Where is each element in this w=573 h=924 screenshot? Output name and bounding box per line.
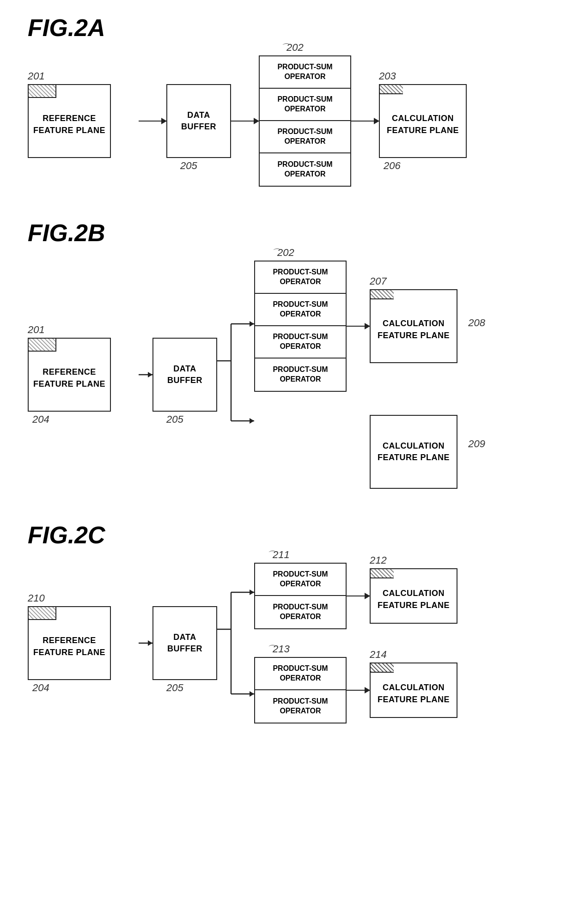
svg-marker-9 — [148, 640, 152, 646]
fig2a-calc-container: 203 CALCULATIONFEATURE PLANE 206 — [379, 84, 467, 158]
fig2b-calc1-container: 207 CALCULATIONFEATURE PLANE 208 — [370, 289, 457, 363]
fig2a-op2: PRODUCT-SUMOPERATOR — [260, 89, 350, 121]
fig2c-fork-svg — [217, 565, 254, 722]
fig2c-bottom-row: 213 ⌒ PRODUCT-SUMOPERATOR PRODUCT-SUMOPE… — [254, 657, 457, 723]
fig2b-calc1-hatch — [371, 290, 394, 299]
fig2c-ops2: PRODUCT-SUMOPERATOR PRODUCT-SUMOPERATOR — [254, 657, 347, 723]
fig2b-ref-label: REFERENCEFEATURE PLANE — [33, 366, 105, 389]
fig2c-calc1: CALCULATIONFEATURE PLANE — [370, 568, 457, 624]
fig2c-ops1: PRODUCT-SUMOPERATOR PRODUCT-SUMOPERATOR — [254, 563, 347, 629]
fig2c-right: 211 ⌒ PRODUCT-SUMOPERATOR PRODUCT-SUMOPE… — [254, 563, 457, 723]
svg-marker-1 — [148, 372, 152, 377]
fig2b-ref-hatch — [29, 339, 56, 352]
fig2c-diagram: 210 REFERENCEFEATURE PLANE 204 DATABUFFE… — [28, 563, 545, 723]
fig2c-calc2-label: CALCULATIONFEATURE PLANE — [378, 682, 450, 705]
fig2b-right: 202 ⌒ PRODUCT-SUMOPERATOR PRODUCT-SUMOPE… — [254, 261, 457, 489]
fig2c-op2-container: 213 ⌒ PRODUCT-SUMOPERATOR PRODUCT-SUMOPE… — [254, 657, 347, 723]
fig2c-ref-plane: REFERENCEFEATURE PLANE — [28, 606, 111, 680]
fig2b-bracket: ⌒ — [273, 247, 282, 259]
fig2b-buffer-label: DATABUFFER — [167, 363, 202, 386]
fig2b-section: FIG.2B 201 REFERENCEFEATURE PLANE 204 — [28, 219, 545, 489]
fig2c-ref-num: 210 — [28, 592, 45, 604]
fig2b-arrow1 — [139, 301, 152, 449]
fig2c-calc1-num: 212 — [370, 554, 387, 566]
fig2c-op1a: PRODUCT-SUMOPERATOR — [255, 564, 346, 596]
fig2a-ref-plane-container: 201 REFERENCEFEATURE PLANE — [28, 84, 111, 158]
fig2b-diagram: 201 REFERENCEFEATURE PLANE 204 — [28, 261, 545, 489]
page: FIG.2A 201 REFERENCEFEATURE PLANE DATABU… — [0, 0, 573, 924]
fig2c-calc1-hatch — [371, 569, 394, 578]
fig2a-arrow2 — [231, 121, 259, 122]
fig2b-calc2-label: CALCULATIONFEATURE PLANE — [378, 440, 450, 463]
fig2a-op-group-container: 202 ⌒ PRODUCT-SUMOPERATOR PRODUCT-SUMOPE… — [259, 55, 351, 187]
fig2a-buffer-container: DATABUFFER 205 — [166, 84, 231, 158]
fig2c-arrow-top — [347, 596, 370, 597]
fig2b-arrow-to-calc1 — [347, 326, 370, 327]
fig2c-section: FIG.2C 210 REFERENCEFEATURE PLANE 204 DA… — [28, 521, 545, 723]
fig2a-arrow3 — [351, 121, 379, 122]
fig2c-buffer-container: DATABUFFER 205 — [152, 606, 217, 680]
svg-marker-13 — [250, 590, 254, 595]
fig2c-ref-hatch — [29, 607, 56, 620]
fig2a-buffer-num: 205 — [180, 160, 197, 172]
fig2a-buffer-label: DATABUFFER — [181, 109, 216, 133]
fig2c-buffer-label: DATABUFFER — [167, 632, 202, 655]
fig2b-op-container: 202 ⌒ PRODUCT-SUMOPERATOR PRODUCT-SUMOPE… — [254, 261, 347, 392]
fig2c-op1b: PRODUCT-SUMOPERATOR — [255, 596, 346, 628]
fig2b-title: FIG.2B — [28, 219, 545, 247]
fig2a-calc-label: CALCULATIONFEATURE PLANE — [387, 113, 459, 136]
fig2a-calc-num: 203 — [379, 70, 396, 82]
fig2b-calc1-label: CALCULATIONFEATURE PLANE — [378, 318, 450, 341]
svg-marker-15 — [250, 691, 254, 697]
fig2b-calc1-num: 207 — [370, 275, 387, 287]
fig2c-calc1-label: CALCULATIONFEATURE PLANE — [378, 588, 450, 611]
fig2a-op3: PRODUCT-SUMOPERATOR — [260, 121, 350, 153]
fig2c-calc2-num: 214 — [370, 649, 387, 661]
fig2a-op1: PRODUCT-SUMOPERATOR — [260, 56, 350, 89]
fig2c-data-buffer: DATABUFFER — [152, 606, 217, 680]
fig2b-calc2: CALCULATIONFEATURE PLANE — [370, 415, 457, 489]
fig2a-section: FIG.2A 201 REFERENCEFEATURE PLANE DATABU… — [28, 14, 545, 187]
fig2b-op4: PRODUCT-SUMOPERATOR — [255, 359, 346, 391]
svg-marker-5 — [250, 321, 254, 327]
fig2c-ref-num2: 204 — [32, 682, 49, 694]
fig2c-op1-container: 211 ⌒ PRODUCT-SUMOPERATOR PRODUCT-SUMOPE… — [254, 563, 347, 629]
fig2c-calc2-hatch — [371, 663, 394, 673]
fig2c-bracket2: ⌒ — [268, 643, 277, 656]
fig2b-ref-plane: REFERENCEFEATURE PLANE — [28, 338, 111, 412]
fig2b-data-buffer: DATABUFFER — [152, 338, 217, 412]
fig2a-calc-plane: CALCULATIONFEATURE PLANE — [379, 84, 467, 158]
fig2c-top-row: 211 ⌒ PRODUCT-SUMOPERATOR PRODUCT-SUMOPE… — [254, 563, 457, 629]
fig2a-ref-plane: REFERENCEFEATURE PLANE — [28, 84, 111, 158]
fig2c-calc2: CALCULATIONFEATURE PLANE — [370, 663, 457, 718]
fig2b-fork-svg — [139, 301, 152, 449]
svg-marker-7 — [250, 418, 254, 424]
fig2a-operators: PRODUCT-SUMOPERATOR PRODUCT-SUMOPERATOR … — [259, 55, 351, 187]
fig2c-title: FIG.2C — [28, 521, 545, 549]
fig2c-calc2-container: 214 CALCULATIONFEATURE PLANE — [370, 663, 457, 718]
fig2b-op2: PRODUCT-SUMOPERATOR — [255, 294, 346, 326]
fig2b-bottom-row: CALCULATIONFEATURE PLANE 209 — [370, 415, 457, 489]
fig2b-ref-num2: 204 — [32, 413, 49, 426]
fig2c-calc1-container: 212 CALCULATIONFEATURE PLANE — [370, 568, 457, 624]
fig2c-ref-label: REFERENCEFEATURE PLANE — [33, 635, 105, 658]
fig2a-diagram: 201 REFERENCEFEATURE PLANE DATABUFFER 20… — [28, 55, 545, 187]
fig2c-ref-plane-container: 210 REFERENCEFEATURE PLANE 204 — [28, 606, 111, 680]
fig2a-ref-hatch — [29, 85, 56, 98]
fig2b-fork2-svg — [217, 287, 254, 462]
fig2b-calc2-container: CALCULATIONFEATURE PLANE 209 — [370, 415, 457, 489]
fig2a-calc-num2: 206 — [384, 160, 401, 172]
fig2b-ref-num: 201 — [28, 324, 45, 336]
fig2a-data-buffer: DATABUFFER — [166, 84, 231, 158]
fig2b-op3: PRODUCT-SUMOPERATOR — [255, 326, 346, 359]
fig2b-buffer-num: 205 — [166, 413, 183, 426]
fig2a-ref-num: 201 — [28, 70, 45, 82]
fig2a-calc-hatch — [380, 85, 403, 94]
fig2b-calc1-num2: 208 — [468, 317, 485, 329]
fig2a-arrow1 — [139, 121, 166, 122]
fig2b-calc2-num: 209 — [468, 438, 485, 450]
fig2a-op4: PRODUCT-SUMOPERATOR — [260, 153, 350, 186]
fig2a-ref-label: REFERENCEFEATURE PLANE — [33, 113, 105, 136]
fig2b-op1: PRODUCT-SUMOPERATOR — [255, 261, 346, 294]
fig2c-bracket1: ⌒ — [268, 549, 277, 561]
